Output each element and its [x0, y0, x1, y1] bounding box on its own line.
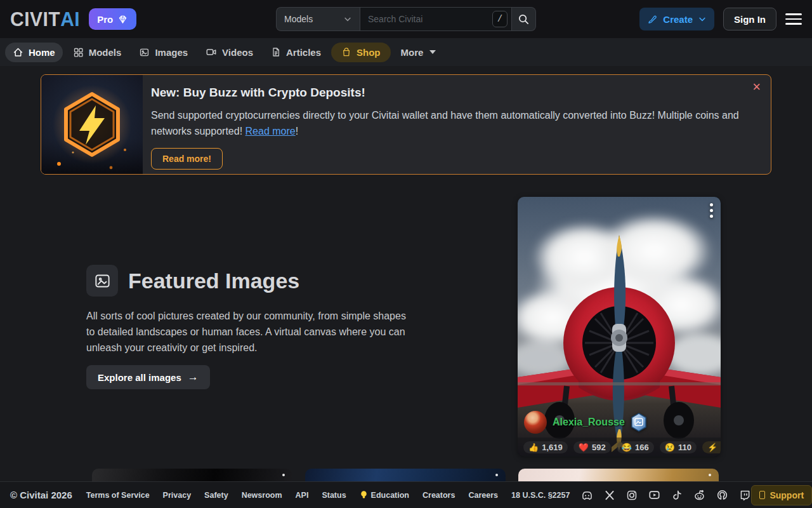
nav-label-images: Images	[155, 47, 188, 58]
instagram-icon[interactable]	[625, 489, 638, 502]
logo-text-ai: AI	[60, 8, 80, 30]
heart-icon: ❤️	[579, 443, 589, 452]
lightbulb-icon	[360, 490, 368, 500]
reaction-buzz[interactable]: ⚡ 140	[702, 441, 721, 453]
card-options-menu-icon	[709, 474, 711, 476]
reddit-icon[interactable]	[693, 488, 706, 502]
app-header: CIVITAI Pro Models / Create	[0, 0, 812, 38]
footer-links: Terms of Service Privacy Safety Newsroom…	[86, 490, 570, 500]
cry-icon: 😢	[665, 443, 675, 452]
reaction-heart[interactable]: ❤️ 592	[573, 441, 611, 453]
copyright-text: © Civitai 2026	[10, 490, 72, 500]
reaction-count: 592	[592, 443, 606, 452]
github-icon[interactable]	[716, 488, 729, 502]
featured-image-card[interactable]: Alexia_Rousse 👍 1,619 ❤️ 592	[518, 197, 721, 457]
reaction-count: 1,619	[542, 443, 563, 452]
civitai-logo[interactable]: CIVITAI	[10, 8, 80, 30]
caret-down-icon	[429, 50, 436, 54]
support-button[interactable]: Support	[751, 485, 812, 505]
card-user-row: Alexia_Rousse	[524, 411, 647, 434]
hamburger-menu-icon[interactable]	[785, 13, 802, 25]
card-options-menu-icon	[282, 474, 285, 476]
footer-link-status[interactable]: Status	[322, 491, 346, 500]
reaction-thumbs-up[interactable]: 👍 1,619	[523, 441, 568, 453]
footer-link-privacy[interactable]: Privacy	[163, 491, 191, 500]
create-button[interactable]: Create	[639, 8, 714, 30]
laugh-icon: 😂	[622, 443, 632, 452]
nav-label-more: More	[401, 47, 424, 58]
reaction-bar: 👍 1,619 ❤️ 592 😂 166 😢 110 ⚡ 140	[518, 438, 721, 457]
nav-item-images[interactable]: Images	[131, 43, 195, 62]
card-options-menu-icon[interactable]	[710, 203, 713, 218]
pro-label: Pro	[97, 14, 113, 25]
explore-all-images-button[interactable]: Explore all images →	[86, 365, 210, 389]
x-twitter-icon[interactable]	[603, 489, 616, 502]
create-label: Create	[663, 14, 693, 25]
banner-body: Send supported cryptocurrencies directly…	[151, 107, 747, 139]
nav-label-shop: Shop	[357, 47, 381, 58]
grid-icon	[73, 47, 84, 58]
nav-item-shop[interactable]: Shop	[331, 43, 391, 62]
nav-item-articles[interactable]: Articles	[263, 43, 329, 62]
nav-label-videos: Videos	[222, 47, 253, 58]
zap-icon: ⚡	[707, 443, 717, 452]
shopping-bag-icon	[341, 47, 351, 57]
tiktok-icon[interactable]	[671, 489, 683, 502]
diamond-icon	[117, 14, 128, 25]
footer-link-api[interactable]: API	[296, 491, 309, 500]
footer-link-safety[interactable]: Safety	[204, 491, 228, 500]
search-input-wrap: /	[360, 7, 512, 31]
nav-item-videos[interactable]: Videos	[198, 42, 261, 62]
sign-in-button[interactable]: Sign In	[723, 8, 776, 30]
youtube-icon[interactable]	[648, 488, 661, 502]
nav-item-home[interactable]: Home	[5, 43, 63, 62]
reaction-count: 110	[678, 443, 691, 452]
reaction-count: 166	[635, 443, 649, 452]
user-avatar[interactable]	[524, 411, 547, 434]
footer-link-education[interactable]: Education	[360, 490, 409, 500]
reaction-cry[interactable]: 😢 110	[660, 441, 697, 453]
featured-badge-icon	[631, 413, 647, 432]
pro-badge-button[interactable]: Pro	[89, 8, 136, 30]
footer-link-careers[interactable]: Careers	[468, 491, 498, 500]
read-more-link[interactable]: Read more	[246, 126, 296, 137]
card-options-menu-icon	[495, 474, 498, 476]
thumbs-up-icon: 👍	[528, 443, 539, 452]
footer-link-creators[interactable]: Creators	[422, 491, 455, 500]
nav-label-home: Home	[29, 47, 55, 58]
search-input[interactable]	[368, 14, 492, 24]
footer-link-terms[interactable]: Terms of Service	[86, 491, 150, 500]
image-icon	[139, 47, 150, 58]
search-category-value: Models	[284, 14, 313, 24]
footer-link-2257[interactable]: 18 U.S.C. §2257	[511, 491, 570, 500]
featured-images-icon-tile	[86, 265, 118, 297]
civitai-homepage: CIVITAI Pro Models / Create	[0, 0, 812, 508]
support-icon	[759, 491, 765, 499]
reaction-laugh[interactable]: 😂 166	[617, 441, 654, 453]
chevron-down-icon	[343, 15, 352, 23]
image-card-partial[interactable]	[518, 469, 719, 481]
image-card-partial[interactable]	[92, 469, 292, 481]
image-icon	[94, 272, 111, 290]
footer-link-newsroom[interactable]: Newsroom	[242, 491, 282, 500]
video-icon	[206, 46, 217, 58]
nav-item-more[interactable]: More	[393, 43, 444, 62]
main-content: New: Buy Buzz with Crypto Deposits! Send…	[0, 66, 812, 481]
discord-icon[interactable]	[580, 488, 594, 502]
article-icon	[271, 47, 281, 57]
search-bar: Models /	[276, 7, 536, 31]
nav-item-models[interactable]: Models	[65, 43, 129, 62]
logo-text-civit: CIVIT	[10, 8, 60, 30]
home-icon	[13, 47, 23, 58]
nav-label-models: Models	[89, 47, 122, 58]
username-link[interactable]: Alexia_Rousse	[553, 417, 625, 428]
search-icon	[518, 13, 530, 25]
search-category-select[interactable]: Models	[276, 7, 360, 31]
explore-label: Explore all images	[98, 372, 181, 383]
close-icon[interactable]: ×	[752, 81, 761, 93]
read-more-button[interactable]: Read more!	[151, 148, 223, 170]
twitch-icon[interactable]	[738, 489, 751, 502]
image-card-partial[interactable]	[305, 469, 506, 481]
banner-title: New: Buy Buzz with Crypto Deposits!	[151, 86, 771, 100]
search-button[interactable]	[512, 7, 536, 31]
